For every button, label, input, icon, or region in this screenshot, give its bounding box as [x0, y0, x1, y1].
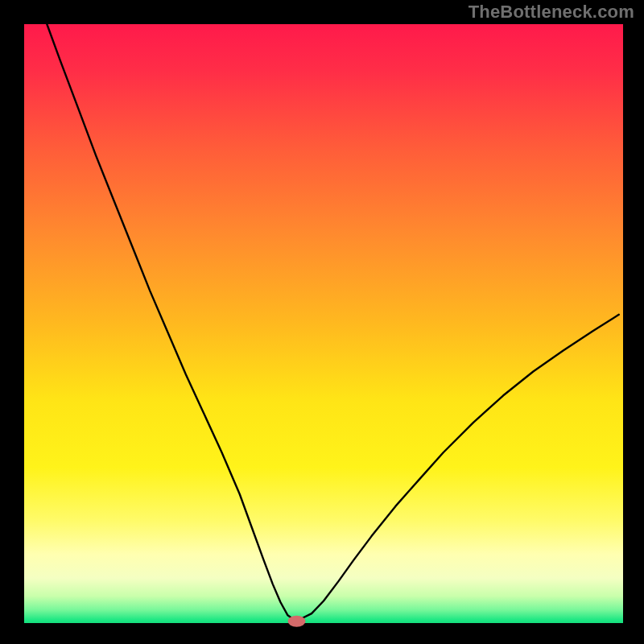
watermark-text: TheBottleneck.com — [469, 2, 634, 23]
bottleneck-chart — [0, 0, 644, 644]
gradient-background — [24, 24, 623, 623]
chart-frame: TheBottleneck.com — [0, 0, 644, 644]
minimum-marker — [288, 616, 306, 627]
